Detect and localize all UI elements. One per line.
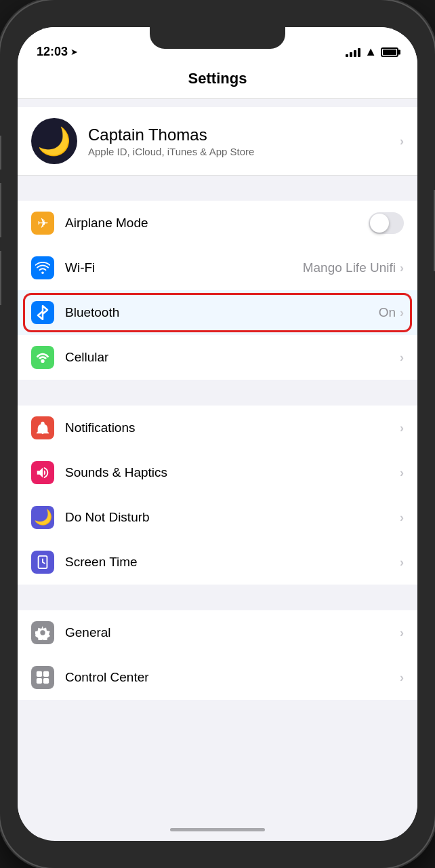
screen-time-chevron-icon: › xyxy=(400,555,404,570)
svg-rect-6 xyxy=(43,678,49,684)
general-icon-bg xyxy=(31,621,54,644)
general-chevron-icon: › xyxy=(400,626,404,640)
do-not-disturb-label: Do Not Disturb xyxy=(65,510,400,525)
home-indicator[interactable] xyxy=(170,828,265,831)
svg-rect-3 xyxy=(37,671,42,677)
signal-bars-icon xyxy=(346,47,360,57)
sounds-haptics-label: Sounds & Haptics xyxy=(65,465,400,480)
wifi-value: Mango Life Unifi xyxy=(303,260,396,275)
notifications-label: Notifications xyxy=(65,420,400,435)
bottom-spacer xyxy=(18,700,417,734)
profile-row[interactable]: 🌙 Captain Thomas Apple ID, iCloud, iTune… xyxy=(18,107,417,175)
airplane-mode-toggle[interactable] xyxy=(369,212,404,234)
wifi-label: Wi-Fi xyxy=(65,260,303,275)
control-center-icon-bg xyxy=(31,666,54,689)
signal-bar-2 xyxy=(350,52,352,57)
cellular-row[interactable]: Cellular › xyxy=(18,335,417,380)
sounds-chevron-icon: › xyxy=(400,466,404,480)
nav-bar: Settings xyxy=(18,64,417,99)
wifi-chevron-icon: › xyxy=(400,261,404,275)
cellular-icon-bg xyxy=(31,346,54,369)
status-icons: ▲ xyxy=(346,45,398,59)
top-spacer xyxy=(18,99,417,107)
general-section: General › Control Center › xyxy=(18,610,417,700)
bluetooth-chevron-icon: › xyxy=(400,306,404,320)
settings-content: 🌙 Captain Thomas Apple ID, iCloud, iTune… xyxy=(18,99,417,837)
screen-time-label: Screen Time xyxy=(65,555,400,570)
spacer-2 xyxy=(18,380,417,406)
profile-name: Captain Thomas xyxy=(88,125,400,144)
volume-up-button[interactable] xyxy=(0,183,1,237)
avatar: 🌙 xyxy=(31,118,77,164)
sounds-haptics-row[interactable]: Sounds & Haptics › xyxy=(18,450,417,495)
spacer-1 xyxy=(18,175,417,201)
wifi-icon-bg xyxy=(31,256,54,279)
mute-button[interactable] xyxy=(0,136,1,170)
screen-time-row[interactable]: Screen Time › xyxy=(18,540,417,585)
battery-icon xyxy=(381,47,398,57)
cellular-chevron-icon: › xyxy=(400,351,404,365)
notifications-row[interactable]: Notifications › xyxy=(18,406,417,450)
control-center-label: Control Center xyxy=(65,670,400,685)
wifi-icon: ▲ xyxy=(365,45,377,59)
airplane-mode-row[interactable]: ✈ Airplane Mode xyxy=(18,201,417,245)
svg-point-0 xyxy=(41,271,44,274)
general-label: General xyxy=(65,625,400,640)
signal-bar-3 xyxy=(354,50,356,57)
profile-section: 🌙 Captain Thomas Apple ID, iCloud, iTune… xyxy=(18,107,417,175)
bluetooth-value: On xyxy=(379,305,396,320)
control-center-row[interactable]: Control Center › xyxy=(18,655,417,700)
phone-frame: 12:03 ➤ ▲ Settings xyxy=(0,0,435,868)
svg-point-1 xyxy=(41,359,44,363)
svg-rect-4 xyxy=(43,671,49,677)
page-title: Settings xyxy=(31,70,404,87)
bluetooth-icon-bg xyxy=(31,301,54,324)
airplane-mode-label: Airplane Mode xyxy=(65,216,369,231)
battery-fill xyxy=(383,50,396,55)
signal-bar-4 xyxy=(358,48,360,57)
connectivity-section: ✈ Airplane Mode Wi-Fi Mango Life Unifi › xyxy=(18,201,417,380)
control-center-chevron-icon: › xyxy=(400,671,404,685)
sounds-icon-bg xyxy=(31,461,54,484)
dnd-chevron-icon: › xyxy=(400,511,404,525)
profile-subtitle: Apple ID, iCloud, iTunes & App Store xyxy=(88,146,400,157)
location-arrow-icon: ➤ xyxy=(70,47,78,57)
phone-screen: 12:03 ➤ ▲ Settings xyxy=(18,27,417,841)
bluetooth-label: Bluetooth xyxy=(65,305,379,320)
signal-bar-1 xyxy=(346,54,348,57)
profile-chevron-icon: › xyxy=(400,134,404,149)
profile-info: Captain Thomas Apple ID, iCloud, iTunes … xyxy=(88,125,400,157)
volume-down-button[interactable] xyxy=(0,251,1,305)
toggle-knob xyxy=(370,214,389,233)
do-not-disturb-row[interactable]: 🌙 Do Not Disturb › xyxy=(18,495,417,540)
notch xyxy=(150,27,285,49)
svg-rect-5 xyxy=(37,678,42,684)
screen-time-icon-bg xyxy=(31,551,54,574)
status-time: 12:03 xyxy=(37,45,68,59)
bluetooth-row[interactable]: Bluetooth On › xyxy=(18,290,417,335)
notifications-chevron-icon: › xyxy=(400,421,404,435)
notifications-icon-bg xyxy=(31,416,54,439)
cellular-label: Cellular xyxy=(65,350,400,365)
airplane-mode-icon: ✈ xyxy=(31,212,54,235)
notifications-section: Notifications › Sounds & Haptics › xyxy=(18,406,417,585)
spacer-3 xyxy=(18,585,417,610)
wifi-row[interactable]: Wi-Fi Mango Life Unifi › xyxy=(18,245,417,290)
general-row[interactable]: General › xyxy=(18,610,417,655)
dnd-icon-bg: 🌙 xyxy=(31,506,54,529)
